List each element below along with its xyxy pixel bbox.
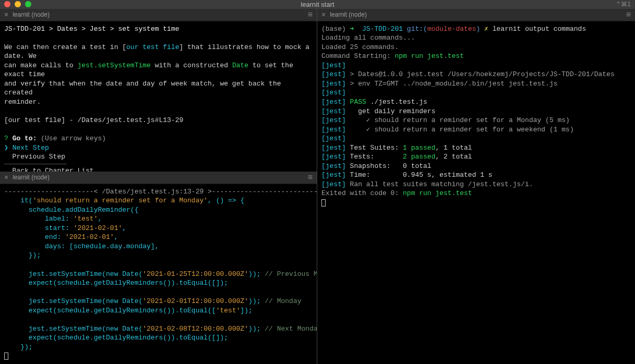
prompt-hint: (Use arrow keys): [41, 135, 106, 142]
code-line: it('should return a reminder set for a M…: [4, 197, 244, 204]
code-line: days: [schedule.day.monday],: [4, 242, 159, 250]
lesson-pane[interactable]: JS-TDD-201 > Dates > Jest > set system t…: [0, 21, 317, 172]
output-line: [jest]: [321, 135, 346, 142]
code-line: schedule.addDailyReminder({: [4, 206, 138, 214]
tab-label: learnit (node): [330, 11, 367, 18]
prompt-arrow: ❯: [4, 144, 8, 152]
close-icon[interactable]: ×: [321, 11, 326, 18]
output-line: [jest]: [321, 62, 346, 69]
hamburger-icon[interactable]: ≡: [308, 10, 313, 19]
titlebar: learnit start ⌃⌘1: [0, 0, 635, 9]
cursor: [4, 353, 8, 360]
output-line: [jest] Time: 0.945 s, estimated 1 s: [321, 171, 493, 179]
lesson-text: We can then create a test in [our test f…: [4, 43, 314, 106]
tab-label: learnit (node): [13, 174, 50, 181]
code-line: jest.setSystemTime(new Date('2021-02-01T…: [4, 297, 302, 305]
output-pane[interactable]: (base) ➜ JS-TDD-201 git:(module-dates) ✗…: [317, 21, 635, 364]
prompt-q: ?: [4, 135, 8, 142]
output-line: Loaded 25 commands.: [321, 43, 399, 51]
reference-link: [our test file] - /Dates/jest.test.js#L1…: [4, 116, 183, 124]
code-line: });: [4, 251, 41, 259]
code-line: expect(schedule.getDailyReminders()).toE…: [4, 334, 228, 342]
cursor: [321, 199, 326, 207]
pane-tab-right[interactable]: × learnit (node) ≡: [317, 9, 635, 21]
code-line: });: [4, 343, 33, 351]
code-line: jest.setSystemTime(new Date('2021-01-25T…: [4, 270, 317, 278]
menu-divider: [4, 164, 67, 164]
code-pane[interactable]: ----------------------< /Dates/jest.test…: [0, 184, 317, 364]
pane-tab-bottom-left[interactable]: × learnit (node) ≡: [0, 172, 317, 184]
maximize-window-button[interactable]: [25, 1, 31, 7]
code-line: expect(schedule.getDailyReminders()).toE…: [4, 307, 253, 314]
menu-item-next[interactable]: Next Step: [13, 144, 49, 152]
hamburger-icon[interactable]: ≡: [626, 10, 631, 19]
output-line: Command Starting: npm run jest.test: [321, 52, 464, 60]
output-line: Loading all commands...: [321, 34, 415, 42]
pane-tab-top-left[interactable]: × learnit (node) ≡: [0, 9, 317, 21]
output-line: [jest] ✓ should return a reminder set fo…: [321, 126, 574, 134]
menu-item-previous[interactable]: Previous Step: [13, 153, 65, 161]
code-line: end: '2021-02-01',: [4, 233, 118, 241]
output-line: [jest] get daily reminders: [321, 107, 435, 115]
minimize-window-button[interactable]: [15, 1, 21, 7]
output-line: [jest] Snapshots: 0 total: [321, 162, 432, 170]
shell-line: (base) ➜ JS-TDD-201 git:(module-dates) ✗…: [321, 25, 586, 33]
output-line: [jest] Tests: 2 passed, 2 total: [321, 153, 472, 161]
breadcrumb: JS-TDD-201 > Dates > Jest > set system t…: [4, 25, 179, 33]
close-icon[interactable]: ×: [4, 11, 8, 18]
hamburger-icon[interactable]: ≡: [308, 173, 313, 181]
close-icon[interactable]: ×: [4, 174, 8, 181]
code-line: expect(schedule.getDailyReminders()).toE…: [4, 279, 228, 287]
output-line: [jest] > Dates@1.0.0 jest.test /Users/ho…: [321, 70, 615, 78]
output-line: [jest] Test Suites: 1 passed, 1 total: [321, 144, 472, 152]
code-line: start: '2021-02-01',: [4, 224, 126, 232]
code-line: label: 'test',: [4, 215, 102, 223]
output-line: [jest] > env TZ=GMT ../node_modules/.bin…: [321, 80, 557, 88]
prompt-label: Go to:: [13, 135, 37, 142]
menu-item-back[interactable]: Back to Chapter List: [13, 167, 94, 172]
window-title: learnit start: [301, 1, 334, 8]
output-line: [jest] ✓ should return a reminder set fo…: [321, 116, 570, 124]
code-header: ----------------------< /Dates/jest.test…: [4, 188, 317, 196]
window-shortcut: ⌃⌘1: [616, 1, 631, 8]
tab-label: learnit (node): [13, 11, 50, 18]
output-line: [jest] PASS ./jest.test.js: [321, 98, 427, 106]
code-line: jest.setSystemTime(new Date('2021-02-08T…: [4, 325, 317, 333]
output-line: [jest] Ran all test suites matching /jes…: [321, 180, 533, 188]
output-line: [jest]: [321, 89, 346, 96]
output-line: Exited with code 0: npm run jest.test: [321, 189, 472, 197]
close-window-button[interactable]: [4, 1, 10, 7]
